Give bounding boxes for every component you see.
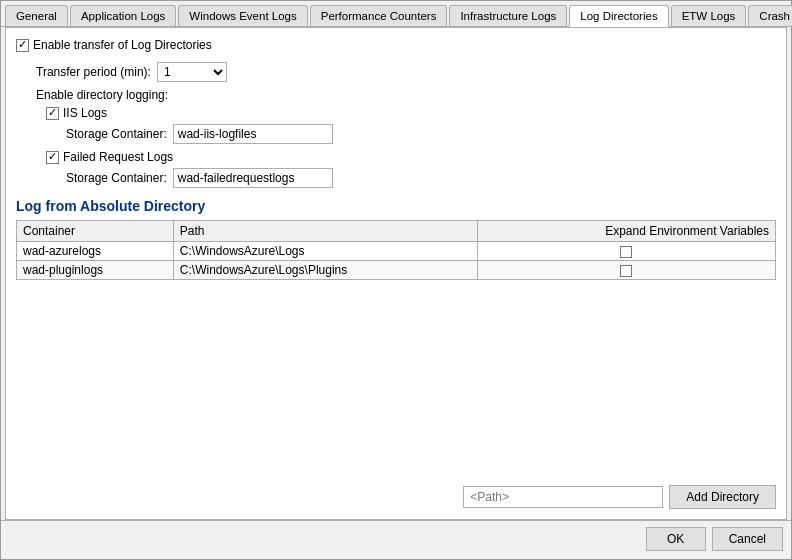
log-table: Container Path Expand Environment Variab…: [16, 220, 776, 280]
table-row: wad-azurelogs C:\WindowsAzure\Logs: [17, 242, 776, 261]
row2-expand-checkbox[interactable]: [620, 265, 632, 277]
transfer-period-label: Transfer period (min):: [36, 65, 151, 79]
row2-container: wad-pluginlogs: [17, 261, 174, 280]
tab-bar: General Application Logs Windows Event L…: [1, 1, 791, 27]
bottom-controls: Add Directory: [16, 477, 776, 509]
ok-button[interactable]: OK: [646, 527, 706, 551]
iis-logs-checkbox[interactable]: [46, 107, 59, 120]
row2-expand-cell: [477, 261, 775, 280]
dir-logging-label: Enable directory logging:: [36, 88, 776, 102]
col-container: Container: [17, 221, 174, 242]
path-input[interactable]: [463, 486, 663, 508]
transfer-period-row: Transfer period (min): 1 5 10 30 60: [36, 62, 776, 82]
table-row: wad-pluginlogs C:\WindowsAzure\Logs\Plug…: [17, 261, 776, 280]
iis-logs-section: IIS Logs Storage Container:: [46, 106, 776, 144]
tab-general[interactable]: General: [5, 5, 68, 26]
iis-logs-label: IIS Logs: [63, 106, 107, 120]
row1-expand-checkbox[interactable]: [620, 246, 632, 258]
tab-crash-dumps[interactable]: Crash Dumps: [748, 5, 792, 26]
main-window: General Application Logs Windows Event L…: [0, 0, 792, 560]
col-path: Path: [173, 221, 477, 242]
iis-storage-row: Storage Container:: [66, 124, 776, 144]
iis-check-row: IIS Logs: [46, 106, 776, 120]
failed-storage-label: Storage Container:: [66, 171, 167, 185]
tab-infrastructure-logs[interactable]: Infrastructure Logs: [449, 5, 567, 26]
row1-expand-cell: [477, 242, 775, 261]
tab-application-logs[interactable]: Application Logs: [70, 5, 176, 26]
enable-row: Enable transfer of Log Directories: [16, 38, 776, 52]
row2-path: C:\WindowsAzure\Logs\Plugins: [173, 261, 477, 280]
transfer-period-select[interactable]: 1 5 10 30 60: [157, 62, 227, 82]
row1-path: C:\WindowsAzure\Logs: [173, 242, 477, 261]
add-directory-button[interactable]: Add Directory: [669, 485, 776, 509]
failed-storage-row: Storage Container:: [66, 168, 776, 188]
tab-windows-event-logs[interactable]: Windows Event Logs: [178, 5, 307, 26]
cancel-button[interactable]: Cancel: [712, 527, 783, 551]
tab-performance-counters[interactable]: Performance Counters: [310, 5, 448, 26]
failed-request-check-row: Failed Request Logs: [46, 150, 776, 164]
failed-request-checkbox[interactable]: [46, 151, 59, 164]
iis-storage-input[interactable]: [173, 124, 333, 144]
absolute-dir-title: Log from Absolute Directory: [16, 198, 776, 214]
failed-request-section: Failed Request Logs Storage Container:: [46, 150, 776, 188]
failed-request-label: Failed Request Logs: [63, 150, 173, 164]
tab-log-directories[interactable]: Log Directories: [569, 5, 668, 27]
col-expand: Expand Environment Variables: [477, 221, 775, 242]
content-area: Enable transfer of Log Directories Trans…: [5, 27, 787, 520]
enable-transfer-checkbox[interactable]: [16, 39, 29, 52]
iis-storage-label: Storage Container:: [66, 127, 167, 141]
failed-storage-input[interactable]: [173, 168, 333, 188]
tab-etw-logs[interactable]: ETW Logs: [671, 5, 747, 26]
row1-container: wad-azurelogs: [17, 242, 174, 261]
enable-transfer-label: Enable transfer of Log Directories: [33, 38, 212, 52]
ok-cancel-row: OK Cancel: [1, 520, 791, 559]
